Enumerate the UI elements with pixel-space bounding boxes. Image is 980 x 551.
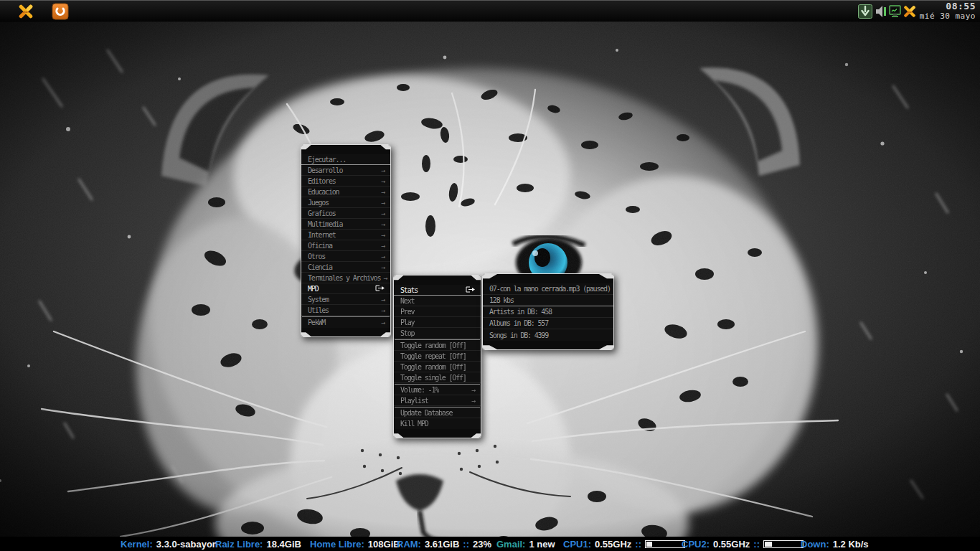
status-progress-fill	[646, 542, 652, 547]
menu-item-128-kbs[interactable]: 128 kbs	[483, 295, 613, 306]
menu-item-toggle-random-off[interactable]: Toggle random [Off]	[394, 340, 481, 351]
menu-item-kill-mpd[interactable]: Kill MPD	[394, 418, 481, 429]
menu-item-label: Graficos	[308, 209, 336, 217]
menu-item-songs-in-db-4399[interactable]: Songs in DB: 4399	[483, 329, 613, 341]
volume-icon[interactable]	[875, 4, 887, 19]
status-bar: Kernel:3.3.0-sabayonRaiz Libre:18.4GiBHo…	[0, 537, 980, 551]
menu-item-label: Next	[400, 297, 414, 305]
status-label: CPU2:	[682, 539, 710, 550]
menu-item-update-database[interactable]: Update Database	[394, 408, 481, 418]
xchat-icon[interactable]: chat	[17, 3, 34, 20]
svg-text:chat: chat	[22, 10, 29, 14]
orange-app-icon[interactable]	[52, 3, 69, 20]
menu-item-next[interactable]: Next	[394, 296, 481, 306]
status-value: 0.55GHz	[595, 539, 631, 550]
menu-item-toggle-repeat-off[interactable]: Toggle repeat [Off]	[394, 351, 481, 362]
menu-item-label: Juegos	[308, 199, 329, 207]
xchat-icon[interactable]: chat	[903, 4, 917, 19]
menu-item-playlist[interactable]: Playlist→	[394, 395, 481, 406]
menu-decoration-top	[394, 276, 481, 285]
menu-item-label: Educacion	[308, 188, 339, 196]
menu-item-multimedia[interactable]: Multimedia→	[301, 219, 390, 230]
status-value: 3.3.0-sabayon	[156, 539, 218, 550]
menu-item-graficos[interactable]: Graficos→	[301, 208, 390, 219]
menu-item-play[interactable]: Play	[394, 317, 481, 328]
root-menu: Ejecutar...Desarrollo→Editores→Educacion…	[301, 144, 391, 337]
menu-item-artists-in-db-458[interactable]: Artists in DB: 458	[483, 306, 613, 318]
menu-item-label: Ciencia	[308, 263, 332, 271]
top-panel: chat chat	[0, 0, 980, 22]
status-label: CPU1:	[563, 539, 591, 550]
status-progress-bar	[763, 540, 804, 548]
svg-text:chat: chat	[907, 11, 913, 14]
menu-item-label: Volume: -1%	[400, 386, 438, 394]
status-label: Home Libre:	[310, 539, 364, 550]
menu-item-volume-1[interactable]: Volume: -1%→	[394, 385, 481, 395]
menu-decoration-bottom	[483, 341, 613, 349]
menu-item-label: Prev	[400, 308, 414, 316]
menu-item-label: Albums in DB: 557	[489, 319, 548, 327]
desktop: chat chat	[0, 0, 980, 551]
status-cpu2: CPU2:0.55GHz::	[682, 537, 804, 551]
status-separator: ::	[635, 539, 641, 550]
menu-item-prev[interactable]: Prev	[394, 306, 481, 317]
submenu-arrow-icon: →	[381, 253, 385, 260]
status-progress-bar	[645, 540, 685, 548]
status-value2: 23%	[473, 539, 491, 550]
menu-item-oficina[interactable]: Oficina→	[301, 240, 390, 251]
menu-decoration-bottom	[394, 429, 481, 438]
menu-item-label: System	[308, 296, 329, 303]
menu-item-label: Toggle single [Off]	[400, 374, 466, 382]
status-down: Down:1.2 Kb/s	[801, 537, 869, 551]
menu-decoration-top	[483, 274, 613, 283]
mpd-submenu: StatsNextPrevPlayStopToggle random [Off]…	[393, 275, 481, 438]
submenu-arrow-icon: →	[381, 166, 385, 174]
menu-item-desarrollo[interactable]: Desarrollo→	[301, 165, 390, 176]
status-value: 1.2 Kb/s	[833, 539, 869, 550]
menu-item-otros[interactable]: Otros→	[301, 251, 390, 262]
clock-date: mié 30 mayo	[920, 11, 976, 22]
menu-decoration-bottom	[301, 328, 390, 336]
submenu-arrow-icon: →	[381, 306, 385, 314]
status-gmail: Gmail:1 new	[496, 537, 555, 551]
submenu-arrow-icon: →	[381, 209, 385, 217]
status-label: Down:	[801, 539, 829, 550]
menu-item-label: Songs in DB: 4399	[489, 331, 548, 339]
submenu-arrow-icon: →	[381, 220, 385, 228]
menu-item-educacion[interactable]: Educacion→	[301, 187, 390, 197]
menu-item-system[interactable]: System→	[301, 294, 390, 305]
menu-item-terminales-y-archivos[interactable]: Terminales y Archivos→	[301, 273, 390, 283]
submenu-arrow-icon: →	[381, 296, 385, 303]
menu-item-stats[interactable]: Stats	[394, 285, 481, 296]
menu-item-stop[interactable]: Stop	[394, 328, 481, 339]
status-label: Gmail:	[496, 539, 525, 550]
menu-item-internet[interactable]: Internet→	[301, 230, 390, 240]
menu-item-albums-in-db-557[interactable]: Albums in DB: 557	[483, 318, 613, 329]
menu-item-editores[interactable]: Editores→	[301, 176, 390, 187]
status-raiz: Raiz Libre:18.4GiB	[215, 537, 301, 551]
menu-item-ejecutar[interactable]: Ejecutar...	[301, 154, 390, 165]
menu-item-toggle-single-off[interactable]: Toggle single [Off]	[394, 372, 481, 383]
menu-item-label: Otros	[308, 253, 325, 260]
mpd-stats-panel: 07-con la mano cerrada.mp3 (paused)128 k…	[482, 273, 614, 350]
status-separator: ::	[463, 539, 469, 550]
menu-item-mpd[interactable]: MPD	[301, 283, 390, 294]
menu-item-07-con-la-mano-cerrada-mp3-paused[interactable]: 07-con la mano cerrada.mp3 (paused)	[483, 283, 613, 295]
submenu-arrow-icon: →	[381, 319, 385, 326]
menu-item-juegos[interactable]: Juegos→	[301, 197, 390, 208]
menu-item-label: MPD	[308, 285, 318, 293]
update-manager-icon[interactable]	[858, 4, 872, 19]
menu-item-label: Playlist	[400, 397, 428, 405]
status-home: Home Libre:108GiB	[310, 537, 400, 551]
menu-item-utiles[interactable]: Utiles→	[301, 305, 390, 316]
menu-item-label: Internet	[308, 231, 336, 239]
menu-item-pekwm[interactable]: PekWM→	[301, 317, 390, 328]
menu-item-ciencia[interactable]: Ciencia→	[301, 262, 390, 273]
menu-item-label: Toggle random [Off]	[400, 363, 466, 371]
menu-item-label: 128 kbs	[489, 296, 514, 304]
submenu-open-arrow	[375, 285, 385, 293]
status-value: 1 new	[529, 539, 555, 550]
menu-item-toggle-random-off[interactable]: Toggle random [Off]	[394, 362, 481, 372]
status-value: 3.61GiB	[425, 539, 459, 550]
network-monitor-icon[interactable]	[888, 4, 903, 19]
